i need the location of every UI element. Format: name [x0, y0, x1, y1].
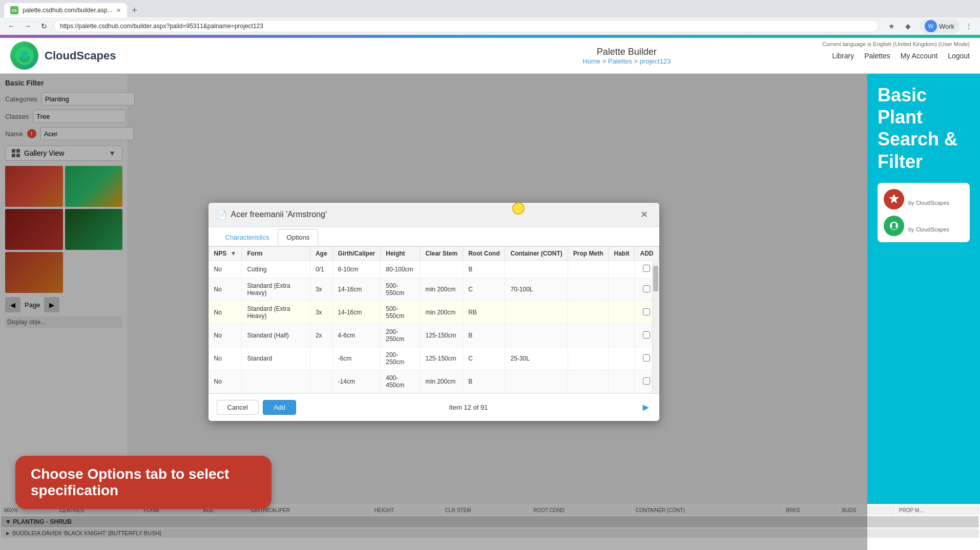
col-nps[interactable]: NPS ▼: [208, 247, 242, 261]
cell-form: Standard (Extra Heavy): [242, 278, 310, 301]
logo-area: CloudScapes: [10, 41, 421, 70]
cell-girth: -6cm: [332, 347, 381, 370]
logout-nav-link[interactable]: Logout: [948, 52, 970, 60]
cell-form: [242, 370, 310, 393]
breadcrumb-palettes[interactable]: Palettes: [608, 57, 632, 65]
cell-prop-meth: [568, 324, 609, 347]
back-button[interactable]: ←: [4, 19, 18, 33]
cell-root-cond: RB: [463, 301, 505, 324]
cell-nps: No: [208, 261, 242, 278]
cell-age: 3x: [310, 301, 332, 324]
add-checkbox[interactable]: [643, 354, 650, 362]
new-tab-button[interactable]: +: [127, 3, 141, 17]
breadcrumb-project[interactable]: project123: [640, 57, 671, 65]
bookmark-star-button[interactable]: ★: [885, 19, 899, 33]
forward-button[interactable]: →: [20, 19, 35, 33]
add-checkbox[interactable]: [643, 285, 650, 292]
cell-habit: [609, 324, 635, 347]
work-profile-button[interactable]: W Work: [920, 19, 960, 33]
my-account-nav-link[interactable]: My Account: [901, 52, 937, 60]
tooltip-text: Choose Options tab to select specificati…: [31, 466, 229, 498]
item-count: Item 12 of 91: [449, 404, 488, 411]
cell-nps: No: [208, 301, 242, 324]
page-title: Palette Builder: [421, 47, 832, 57]
cell-root-cond: B: [463, 370, 505, 393]
cell-nps: No: [208, 324, 242, 347]
col-clear-stem: Clear Stem: [420, 247, 463, 261]
cell-container: 25-30L: [505, 347, 568, 370]
tab-close-button[interactable]: ✕: [116, 7, 121, 14]
tab-characteristics[interactable]: Characteristics: [217, 229, 278, 246]
cell-form: Cutting: [242, 261, 310, 278]
cell-girth: 14-16cm: [332, 301, 381, 324]
svg-point-2: [20, 51, 29, 59]
cell-root-cond: B: [463, 261, 505, 278]
cell-girth: 4-6cm: [332, 324, 381, 347]
cancel-button[interactable]: Cancel: [217, 400, 259, 415]
cell-height: 500-550cm: [381, 301, 420, 324]
cell-form: Standard: [242, 347, 310, 370]
table-row: No Standard -6cm 200-250cm 125-150cm C 2…: [208, 347, 659, 370]
url-text: https://palette.csdhub.com/builder.aspx?…: [60, 23, 263, 30]
menu-button[interactable]: ⋮: [962, 19, 976, 33]
modal-tabs: Characteristics Options: [208, 227, 659, 246]
add-checkbox[interactable]: [643, 331, 650, 339]
modal-icon: 📄: [217, 210, 227, 220]
palettes-nav-link[interactable]: Palettes: [864, 52, 890, 60]
cell-age: [310, 370, 332, 393]
add-checkbox[interactable]: [643, 265, 650, 272]
cell-habit: [609, 261, 635, 278]
cell-height: 500-550cm: [381, 278, 420, 301]
modal-dialog: 📄 Acer freemanii 'Armstrong' ✕ Character…: [208, 203, 659, 421]
cell-nps: No: [208, 278, 242, 301]
cell-form: Standard (Extra Heavy): [242, 301, 310, 324]
add-checkbox[interactable]: [643, 377, 650, 385]
main-content: Basic Filter Categories Classes Name ! G…: [0, 74, 980, 550]
ad-brand-2-row: Artisan by CloudScapes: [884, 216, 964, 236]
ad-brand-2-text: Artisan by CloudScapes: [908, 219, 949, 232]
next-arrow-button[interactable]: ►: [641, 401, 651, 413]
cell-habit: [609, 301, 635, 324]
table-row: No Standard (Half) 2x 4-6cm 200-250cm 12…: [208, 324, 659, 347]
active-tab[interactable]: cs palette.csdhub.com/builder.asp... ✕: [4, 3, 127, 17]
cell-girth: 8-10cm: [332, 261, 381, 278]
col-form: Form: [242, 247, 310, 261]
address-bar[interactable]: https://palette.csdhub.com/builder.aspx?…: [53, 20, 879, 32]
col-add: ADD: [635, 247, 659, 261]
library-nav-link[interactable]: Library: [832, 52, 854, 60]
header-middle: Palette Builder Home > Palettes > projec…: [421, 47, 832, 65]
cell-age: 0/1: [310, 261, 332, 278]
modal-body: NPS ▼ Form Age Girth/Caliper Height Clea…: [208, 246, 659, 393]
logo-text: CloudScapes: [45, 49, 116, 62]
breadcrumb-home[interactable]: Home: [582, 57, 600, 65]
ad-brand-1-by: by CloudScapes: [908, 200, 949, 206]
ad-panel: Basic Plant Search & Filter Artisan RV b…: [867, 74, 980, 550]
col-age: Age: [310, 247, 332, 261]
app-header: CloudScapes Palette Builder Home > Palet…: [0, 38, 980, 74]
bottom-col-prop-m: PROP M...: [896, 505, 979, 515]
cell-clear-stem: min 200cm: [420, 301, 463, 324]
table-row: No -14cm 400-450cm min 200cm B: [208, 370, 659, 393]
table-scrollbar[interactable]: [652, 262, 659, 393]
cell-nps: No: [208, 347, 242, 370]
scrollbar-thumb: [653, 266, 658, 291]
modal-title: Acer freemanii 'Armstrong': [231, 210, 633, 219]
ad-brand-1-name: Artisan RV: [908, 192, 949, 200]
cell-age: 3x: [310, 278, 332, 301]
table-container[interactable]: NPS ▼ Form Age Girth/Caliper Height Clea…: [208, 246, 659, 393]
ad-brand-1-row: Artisan RV by CloudScapes: [884, 189, 964, 209]
ad-brand-1-icon: [884, 189, 904, 209]
extensions-button[interactable]: ◆: [901, 19, 915, 33]
ad-brand-2-by: by CloudScapes: [908, 226, 949, 232]
ad-brand-2-name: Artisan: [908, 219, 949, 226]
col-root-cond: Root Cond: [463, 247, 505, 261]
modal-close-button[interactable]: ✕: [637, 208, 651, 221]
tab-options[interactable]: Options: [278, 229, 318, 246]
add-checkbox[interactable]: [643, 308, 650, 315]
cell-clear-stem: [420, 261, 463, 278]
col-height: Height: [381, 247, 420, 261]
tab-favicon: cs: [10, 6, 18, 14]
reload-button[interactable]: ↻: [37, 19, 51, 33]
add-button[interactable]: Add: [263, 400, 296, 415]
cell-height: 80-100cm: [381, 261, 420, 278]
